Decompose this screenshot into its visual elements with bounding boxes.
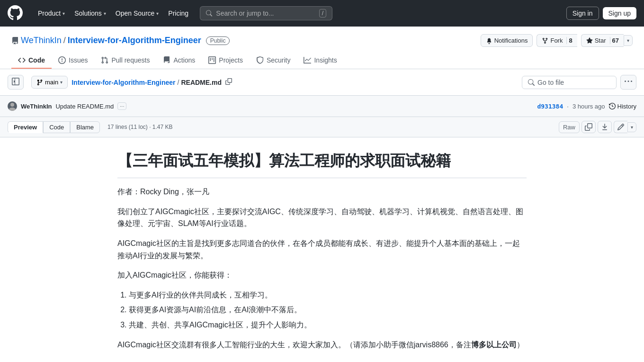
history-label: History [617, 103, 636, 110]
content-author: 作者：Rocky Ding，张一凡 [117, 186, 527, 198]
search-shortcut: / [319, 9, 326, 18]
branch-name: main [45, 79, 58, 86]
tab-pull-requests[interactable]: Pull requests [94, 53, 156, 69]
svg-point-1 [9, 108, 16, 111]
branch-icon [36, 79, 43, 86]
projects-icon [208, 56, 216, 64]
commit-message: Update README.md [55, 103, 114, 110]
tab-security-label: Security [267, 56, 291, 64]
list-item: 共建、共创、共享AIGCmagic社区，提升个人影响力。 [129, 319, 527, 331]
content-para2: AIGCmagic社区的主旨是找到更多志同道合的伙伴，在各个成员都能有成长、有进… [117, 237, 527, 262]
commit-separator: · [567, 103, 569, 110]
tab-blame[interactable]: Blame [70, 121, 100, 133]
file-view-tabs: Preview Code Blame [8, 121, 100, 133]
commit-author-name[interactable]: WeThinkIn [21, 103, 52, 110]
repo-breadcrumb: WeThinkIn / Interview-for-Algorithm-Engi… [11, 36, 230, 45]
file-content: 【三年面试五年模拟】算法工程师的求职面试秘籍 作者：Rocky Ding，张一凡… [95, 137, 549, 362]
star-dropdown-button[interactable]: ▾ [624, 35, 633, 46]
star-chevron-icon: ▾ [627, 38, 629, 43]
tab-code[interactable]: Code [11, 53, 52, 69]
star-button-group: Star 67 ▾ [581, 34, 633, 47]
go-to-file-label: Go to file [537, 79, 564, 86]
tab-preview[interactable]: Preview [8, 121, 43, 133]
fork-button[interactable]: Fork 8 [537, 34, 577, 47]
tab-actions-label: Actions [173, 56, 195, 64]
tab-pr-label: Pull requests [111, 56, 150, 64]
tab-security[interactable]: Security [250, 53, 297, 69]
search-input[interactable] [216, 9, 315, 17]
tab-code-view[interactable]: Code [43, 121, 70, 133]
tab-projects-label: Projects [219, 56, 243, 64]
commit-author-avatar [8, 101, 17, 111]
ellipsis-icon [625, 78, 632, 85]
edit-button[interactable] [614, 121, 627, 133]
repo-owner-link[interactable]: WeThinkIn [21, 36, 62, 45]
nav-pricing[interactable]: Pricing [164, 7, 192, 20]
content-para1: 我们创立了AIGCmagic社区，主要探讨交流AIGC、传统深度学习、自动驾驶、… [117, 206, 527, 230]
file-nav: main ▾ Interview-for-Algorithm-Engineer … [0, 69, 644, 96]
tab-issues[interactable]: Issues [52, 53, 94, 69]
file-info: 17 lines (11 loc) · 1.47 KB [107, 124, 172, 130]
search-area: / [200, 6, 559, 20]
solutions-chevron-icon: ▾ [104, 11, 106, 16]
breadcrumb-current: README.md [181, 79, 222, 86]
tab-insights[interactable]: Insights [297, 53, 343, 69]
nav-product[interactable]: Product ▾ [34, 7, 69, 20]
commit-info-left: WeThinkIn Update README.md ··· [8, 101, 126, 111]
visibility-badge: Public [206, 36, 230, 45]
nav-solutions[interactable]: Solutions ▾ [71, 7, 110, 20]
edit-chevron-icon: ▾ [631, 125, 633, 130]
copy-raw-button[interactable] [581, 121, 596, 133]
issue-icon [58, 56, 66, 64]
commit-info-right: d931384 · 3 hours ago History [537, 103, 636, 110]
commit-hash[interactable]: d931384 [537, 103, 563, 110]
content-para3: 加入AIGCmagic社区，你能获得： [117, 269, 527, 281]
header-actions: Sign in Sign up [566, 7, 636, 20]
search-box[interactable]: / [200, 6, 332, 20]
star-icon [586, 37, 593, 44]
tab-actions[interactable]: Actions [156, 53, 202, 69]
content-list: 与更多AI行业的伙伴共同成长，互相学习。 获得更多AI资源与AI前沿信息，在AI… [129, 289, 527, 331]
star-button[interactable]: Star 67 [581, 34, 624, 47]
nav-open-source[interactable]: Open Source ▾ [112, 7, 163, 20]
bell-icon [486, 37, 492, 44]
code-icon [18, 56, 26, 64]
download-icon [601, 123, 608, 131]
breadcrumb-root-link[interactable]: Interview-for-Algorithm-Engineer [72, 79, 175, 86]
sidebar-toggle-button[interactable] [8, 75, 24, 90]
edit-icon [617, 123, 625, 131]
security-icon [256, 56, 264, 64]
github-logo[interactable] [8, 5, 23, 22]
tab-code-label: Code [28, 56, 45, 64]
raw-button[interactable]: Raw [559, 121, 580, 133]
tab-projects[interactable]: Projects [202, 53, 250, 69]
commit-expand-button[interactable]: ··· [117, 102, 126, 110]
sign-up-button[interactable]: Sign up [603, 7, 636, 19]
commit-time: 3 hours ago [572, 103, 605, 110]
content-title: 【三年面试五年模拟】算法工程师的求职面试秘籍 [117, 149, 527, 178]
download-button[interactable] [598, 121, 612, 133]
content-para4: AIGCmagic社区交流群有很多人工智能行业的大生，欢迎大家加入。（请添加小助… [117, 339, 527, 351]
edit-dropdown-button[interactable]: ▾ [627, 122, 636, 132]
product-chevron-icon: ▾ [63, 11, 65, 16]
branch-selector[interactable]: main ▾ [31, 76, 68, 89]
repo-name-link[interactable]: Interview-for-Algorithm-Engineer [68, 36, 201, 45]
file-actions: Raw ▾ [559, 121, 636, 133]
copy-path-button[interactable] [224, 76, 234, 88]
repo-actions: Notifications Fork 8 Star [481, 34, 633, 47]
svg-point-0 [10, 103, 14, 107]
search-small-icon [528, 79, 535, 86]
notifications-button[interactable]: Notifications [481, 34, 533, 47]
sign-in-button[interactable]: Sign in [566, 7, 599, 20]
file-view-header: Preview Code Blame 17 lines (11 loc) · 1… [0, 117, 644, 137]
branch-chevron-icon: ▾ [60, 80, 63, 85]
fork-button-group: Fork 8 [537, 34, 577, 47]
actions-icon [163, 56, 170, 64]
repo-tabs: Code Issues Pull requests Actions Projec… [11, 53, 633, 69]
history-button[interactable]: History [609, 103, 636, 110]
go-to-file-button[interactable]: Go to file [522, 76, 617, 89]
commit-row: WeThinkIn Update README.md ··· d931384 ·… [0, 96, 644, 117]
open-source-chevron-icon: ▾ [156, 11, 159, 16]
repo-header: WeThinkIn / Interview-for-Algorithm-Engi… [0, 27, 644, 69]
more-options-button[interactable] [620, 75, 636, 90]
